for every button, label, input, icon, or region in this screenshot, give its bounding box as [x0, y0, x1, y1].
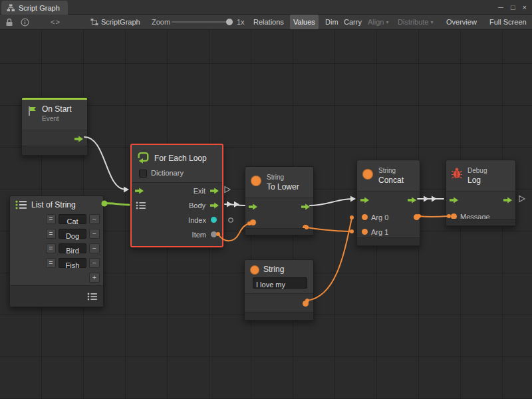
node-list-of-string[interactable]: List of String = − = − = − = − +: [9, 196, 104, 307]
minimize-icon[interactable]: ─: [498, 3, 503, 11]
relations-button[interactable]: Relations: [250, 15, 287, 29]
node-footer: [245, 312, 313, 320]
flag-icon: [27, 106, 38, 116]
body-output-port[interactable]: [210, 202, 219, 209]
node-debug-log[interactable]: Debug Log Message: [446, 160, 516, 226]
item-output-port[interactable]: [211, 231, 217, 237]
list-item-input-2[interactable]: [59, 247, 86, 255]
string-value-input[interactable]: [253, 280, 307, 290]
zoom-slider-track[interactable]: [172, 21, 231, 23]
node-to-lower[interactable]: String To Lower: [245, 166, 314, 235]
ports-section: Exit Body Index Item: [132, 182, 222, 246]
script-graph-icon: [7, 4, 15, 12]
list-item-input-3[interactable]: [59, 261, 86, 270]
string-input-port[interactable]: [250, 219, 256, 225]
distribute-dropdown[interactable]: Distribute▾: [394, 15, 436, 29]
node-title: List of String: [31, 200, 76, 209]
add-item-button[interactable]: +: [89, 273, 100, 283]
maximize-icon[interactable]: □: [511, 3, 515, 11]
bug-icon: [451, 167, 463, 179]
string-type-icon: [362, 169, 373, 180]
list-item-input-1[interactable]: [59, 232, 86, 241]
node-category: Debug: [467, 167, 487, 174]
node-title: For Each Loop: [154, 154, 207, 163]
index-port-label: Index: [188, 216, 206, 224]
node-concat[interactable]: String Concat Arg 0 Arg 1: [356, 160, 420, 246]
exit-output-port[interactable]: [210, 188, 219, 194]
remove-item-button[interactable]: −: [89, 258, 100, 268]
info-icon[interactable]: [21, 15, 29, 29]
graph-asset-icon: [90, 15, 98, 29]
list-output-port-icon[interactable]: [87, 293, 98, 301]
string-output-port[interactable]: [414, 214, 420, 220]
chevron-down-icon: ▾: [386, 19, 388, 25]
node-title: Log: [467, 176, 481, 185]
list-input-port-icon[interactable]: [136, 201, 146, 209]
arg0-port-label: Arg 0: [371, 213, 388, 221]
drag-handle[interactable]: =: [46, 229, 56, 239]
node-category: String: [378, 167, 396, 174]
string-output-port[interactable]: [303, 301, 309, 307]
zoom-label: Zoom: [152, 15, 170, 29]
list-item-field[interactable]: [59, 258, 86, 268]
dictionary-checkbox[interactable]: [139, 170, 147, 178]
list-item-field[interactable]: [59, 214, 86, 224]
node-footer: [245, 228, 313, 235]
close-icon[interactable]: ×: [523, 3, 527, 11]
ports-section: [22, 130, 87, 146]
ports-section: [10, 285, 103, 307]
drag-handle[interactable]: =: [46, 258, 56, 268]
dim-button[interactable]: Dim: [322, 15, 342, 29]
enter-input-port[interactable]: [360, 197, 369, 203]
node-for-each-loop[interactable]: For Each Loop Dictionary Exit Body Index…: [130, 144, 223, 247]
event-color-bar: [22, 98, 87, 100]
code-icon[interactable]: <>: [51, 15, 61, 29]
enter-input-port[interactable]: [135, 188, 144, 194]
zoom-value: 1x: [237, 15, 245, 29]
overview-button[interactable]: Overview: [443, 15, 480, 29]
arg1-port-label: Arg 1: [371, 228, 388, 236]
values-button[interactable]: Values: [290, 15, 319, 29]
window-controls: ─ □ ×: [498, 0, 527, 15]
remove-item-button[interactable]: −: [89, 214, 100, 224]
enter-input-port[interactable]: [450, 197, 458, 203]
tab-title: Script Graph: [19, 4, 60, 12]
align-dropdown[interactable]: Align▾: [364, 15, 392, 29]
lock-icon[interactable]: [5, 15, 13, 29]
node-string-literal[interactable]: String: [244, 259, 314, 321]
title-bar: Script Graph ─ □ ×: [0, 0, 532, 15]
node-title: Concat: [378, 176, 404, 185]
list-item-input-0[interactable]: [59, 217, 86, 226]
node-category: String: [267, 174, 284, 181]
zoom-slider-handle[interactable]: [226, 19, 233, 25]
exit-output-port[interactable]: [503, 197, 512, 203]
list-item-field[interactable]: [59, 243, 86, 253]
tab-script-graph[interactable]: Script Graph: [1, 1, 68, 15]
enter-input-port[interactable]: [249, 203, 257, 210]
node-title: On Start: [42, 104, 72, 114]
node-subtitle: Event: [42, 115, 59, 122]
fullscreen-button[interactable]: Full Screen: [486, 15, 530, 29]
node-title: String: [263, 265, 284, 274]
arg1-input-port[interactable]: [362, 229, 368, 235]
drag-handle[interactable]: =: [46, 214, 56, 224]
list-item-field[interactable]: [59, 229, 86, 239]
drag-handle[interactable]: =: [46, 243, 56, 253]
list-icon: [15, 200, 27, 209]
node-footer: [446, 219, 515, 225]
chevron-down-icon: ▾: [430, 19, 433, 25]
exit-port-label: Exit: [194, 187, 205, 195]
node-on-start[interactable]: On Start Event: [21, 97, 88, 156]
trigger-output-port[interactable]: [74, 136, 83, 142]
arg0-input-port[interactable]: [362, 214, 368, 220]
carry-button[interactable]: Carry: [340, 15, 365, 29]
string-type-icon: [250, 265, 259, 275]
node-footer: [357, 237, 420, 245]
remove-item-button[interactable]: −: [89, 229, 100, 239]
exit-output-port[interactable]: [408, 197, 416, 203]
graph-breadcrumb[interactable]: ScriptGraph: [101, 15, 140, 29]
string-value-field[interactable]: [253, 277, 307, 289]
index-output-port[interactable]: [211, 217, 217, 223]
exit-output-port[interactable]: [301, 203, 310, 210]
remove-item-button[interactable]: −: [89, 243, 100, 253]
